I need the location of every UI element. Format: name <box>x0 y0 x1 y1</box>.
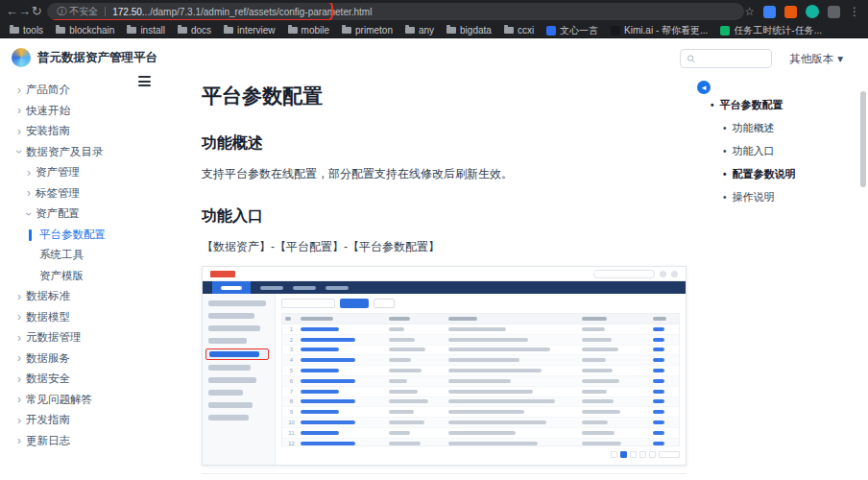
chevron-right-icon: › <box>14 84 24 97</box>
sidebar-item[interactable]: 资产模版 <box>0 266 171 287</box>
chevron-right-icon: › <box>14 310 24 324</box>
toc-item[interactable]: •平台参数配置 <box>711 98 868 112</box>
sidebar-item[interactable]: ›标签管理 <box>0 183 171 204</box>
bookmark-label: blockchain <box>69 25 114 36</box>
sidebar-item[interactable]: ›安装指南 <box>0 121 171 142</box>
security-info-icon[interactable]: ⓘ <box>57 5 66 18</box>
sidebar-item-label: 资产模版 <box>39 269 84 283</box>
toc-item[interactable]: •功能入口 <box>711 144 868 158</box>
profile-avatar[interactable] <box>806 5 819 18</box>
back-icon[interactable]: ← <box>6 0 18 23</box>
mock-header-cell <box>282 317 298 321</box>
chevron-right-icon: › <box>14 331 24 345</box>
sidebar-item[interactable]: ›开发指南 <box>0 410 171 431</box>
bookmark-item[interactable]: any <box>405 25 434 36</box>
sidebar-toggle-button[interactable] <box>138 76 152 89</box>
bookmark-item[interactable]: install <box>127 25 165 36</box>
url-path: ../damp/7.3.1/admin_ref/assets/config-pa… <box>145 7 373 17</box>
mock-table-row: 1 <box>282 324 679 335</box>
folder-icon <box>10 27 19 34</box>
sidebar-item[interactable]: ›常见问题解答 <box>0 390 171 411</box>
forward-icon[interactable]: → <box>18 0 31 23</box>
site-logo[interactable]: 普元数据资产管理平台 <box>0 48 171 67</box>
bullet-icon: • <box>723 169 727 180</box>
chevron-right-icon: › <box>14 393 24 406</box>
chevron-right-icon: › <box>24 186 34 200</box>
mock-header-cell <box>650 317 679 321</box>
logo-icon <box>12 48 31 67</box>
extension-icon-orange[interactable] <box>784 6 797 18</box>
folder-icon <box>405 27 415 34</box>
sidebar-item[interactable]: 系统工具 <box>0 245 171 266</box>
sidebar-item[interactable]: ›资产配置 <box>0 204 171 225</box>
sidebar-item[interactable]: ›数据模型 <box>0 307 171 328</box>
toc-item-label: 功能入口 <box>733 144 775 158</box>
toc-anchor-button[interactable]: ◂ <box>697 81 711 94</box>
extension-icon-blue[interactable] <box>763 6 776 18</box>
sidebar-item-label: 更新日志 <box>26 434 70 448</box>
sidebar-item[interactable]: ›元数据管理 <box>0 327 171 348</box>
sidebar-item[interactable]: ›数据安全 <box>0 369 171 390</box>
sidebar-item-label: 开发指南 <box>26 413 70 427</box>
chevron-right-icon: › <box>14 372 24 386</box>
sidebar-item[interactable]: ›数据标准 <box>0 286 171 307</box>
sidebar-item[interactable]: ›更新日志 <box>0 431 171 452</box>
mock-active-menu-tab <box>212 281 251 294</box>
bookmark-item[interactable]: mobile <box>288 25 329 36</box>
bookmark-item[interactable]: blockchain <box>56 25 114 36</box>
mock-tree-node <box>208 313 254 319</box>
folder-icon <box>224 27 233 34</box>
mock-tree <box>203 294 276 465</box>
browser-chrome: ← → ↻ ⓘ 不安全 172.50. ../damp/7.3.1/admin_… <box>0 0 868 23</box>
bookmark-label: bigdata <box>460 25 492 36</box>
folder-icon <box>127 27 136 34</box>
bookmark-item[interactable]: 任务工时统计-任务... <box>720 24 822 37</box>
sidebar-item-label: 平台参数配置 <box>39 228 106 242</box>
section-heading-entry: 功能入口 <box>202 206 674 227</box>
page-topbar: 其他版本 ▾ <box>171 38 868 79</box>
sidebar-item[interactable]: ›数据资产及目录 <box>0 142 171 163</box>
bookmark-item[interactable]: tools <box>10 25 43 36</box>
bookmark-item[interactable]: primeton <box>342 25 393 36</box>
toc-item[interactable]: •功能概述 <box>711 121 868 135</box>
chevron-right-icon: › <box>14 290 24 303</box>
mock-tree-node <box>208 325 260 331</box>
bookmark-label: ccxi <box>518 25 534 36</box>
version-selector[interactable]: 其他版本 ▾ <box>789 52 843 66</box>
sidebar-item[interactable]: 平台参数配置 <box>0 225 171 246</box>
address-bar[interactable]: ⓘ 不安全 172.50. ../damp/7.3.1/admin_ref/as… <box>47 3 744 20</box>
mock-primary-button <box>340 299 369 308</box>
bookmark-item[interactable]: ccxi <box>504 25 534 36</box>
toc-item-label: 操作说明 <box>733 190 775 204</box>
bookmark-item[interactable]: docs <box>178 25 211 36</box>
bookmark-item[interactable]: Kimi.ai - 帮你看更... <box>611 24 708 37</box>
sidebar-item-label: 数据服务 <box>26 351 70 366</box>
menu-kebab-icon[interactable]: ⋮ <box>849 5 860 18</box>
extensions-icon[interactable] <box>828 6 840 18</box>
mock-header-cell <box>446 317 580 321</box>
reload-icon[interactable]: ↻ <box>31 0 42 23</box>
bookmark-item[interactable]: interview <box>224 25 275 36</box>
chevron-right-icon: › <box>24 166 34 180</box>
bookmark-star-icon[interactable]: ☆ <box>744 5 755 18</box>
sidebar-item[interactable]: ›快速开始 <box>0 101 171 122</box>
scrollbar-thumb[interactable] <box>860 91 866 187</box>
toc-item[interactable]: •配置参数说明 <box>711 167 868 181</box>
search-box[interactable] <box>680 49 772 68</box>
toc-item-label: 平台参数配置 <box>720 98 784 112</box>
bookmark-label: docs <box>191 25 211 36</box>
sidebar-item[interactable]: ›资产管理 <box>0 162 171 183</box>
page-navigation: ← 标签关联 系统工具 → <box>202 473 687 480</box>
mock-tree-node <box>208 402 253 408</box>
toc-item[interactable]: •操作说明 <box>711 190 868 204</box>
bookmark-item[interactable]: 文心一言 <box>546 24 598 37</box>
bullet-icon: • <box>711 100 714 110</box>
mock-table-row: 4 <box>282 355 679 366</box>
mock-app-logo <box>210 271 235 277</box>
section-heading-overview: 功能概述 <box>202 133 674 154</box>
mock-filter-input <box>281 299 335 308</box>
search-input[interactable] <box>700 52 765 65</box>
bookmark-item[interactable]: bigdata <box>446 25 492 36</box>
section-text-entry: 【数据资产】-【平台配置】-【平台参数配置】 <box>202 239 674 255</box>
sidebar-item[interactable]: ›数据服务 <box>0 348 171 370</box>
